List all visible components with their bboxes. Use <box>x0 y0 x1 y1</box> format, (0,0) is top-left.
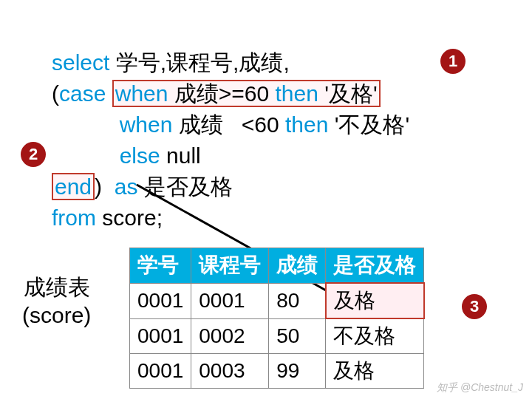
table-row: 0001 0002 50 不及格 <box>130 318 424 354</box>
kw-when: when <box>115 81 168 106</box>
badge-2: 2 <box>21 142 46 167</box>
score-label-en: (score) <box>22 301 91 330</box>
th-courseid: 课程号 <box>191 248 269 284</box>
kw-then: then <box>276 81 318 106</box>
th-passflag: 是否及格 <box>326 248 424 284</box>
watermark: 知乎 @Chestnut_J <box>437 381 523 395</box>
sql-code: select 学号,课程号,成绩, (case when 成绩>=60 then… <box>52 16 409 233</box>
val-pass: '及格' <box>318 81 378 106</box>
table-name: score; <box>96 205 163 230</box>
score-table-label: 成绩表 (score) <box>22 273 91 330</box>
table-row: 0001 0003 99 及格 <box>130 354 424 389</box>
when-clause-box: when 成绩>=60 then '及格' <box>112 80 381 107</box>
table-row: 0001 0001 80 及格 <box>130 283 424 318</box>
kw-then2: then <box>285 112 328 137</box>
kw-when2: when <box>120 112 173 137</box>
score-table: 学号 课程号 成绩 是否及格 0001 0001 80 及格 0001 0002… <box>129 248 425 389</box>
kw-as: as <box>115 174 138 199</box>
cond-ge60: 成绩>=60 <box>168 81 275 106</box>
kw-case: case <box>59 81 106 106</box>
kw-else: else <box>120 143 160 168</box>
slide: { "code": { "l1_select": "select", "l1_c… <box>0 0 532 399</box>
val-fail: '不及格' <box>328 112 409 137</box>
paren-close: ) <box>95 174 115 199</box>
kw-end: end <box>55 174 92 199</box>
alias: 是否及格 <box>137 174 232 199</box>
table-header-row: 学号 课程号 成绩 是否及格 <box>130 248 424 284</box>
th-score: 成绩 <box>269 248 326 284</box>
end-box: end <box>52 173 95 200</box>
badge-1: 1 <box>440 49 466 74</box>
kw-from: from <box>52 205 96 230</box>
score-label-cn: 成绩表 <box>22 273 91 301</box>
cond-lt60: 成绩 <60 <box>172 112 285 137</box>
cols: 学号,课程号,成绩, <box>109 50 289 75</box>
kw-select: select <box>52 50 109 75</box>
pass-cell-highlight: 及格 <box>326 283 424 318</box>
badge-3: 3 <box>462 294 487 319</box>
th-studentid: 学号 <box>130 248 191 284</box>
val-null: null <box>160 143 201 168</box>
paren-open: ( <box>52 81 59 106</box>
